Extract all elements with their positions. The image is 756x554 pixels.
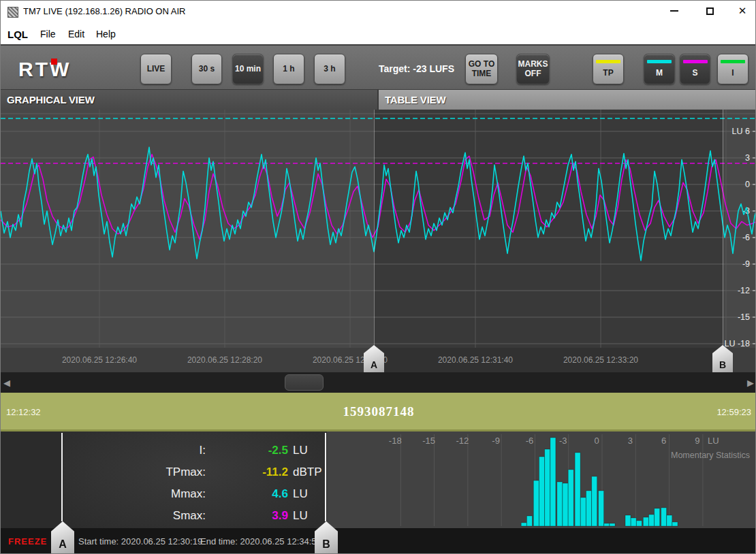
stat-label: Smax: xyxy=(63,509,206,523)
marks-off-button[interactable]: MARKS OFF xyxy=(516,54,550,84)
svg-text:3: 3 xyxy=(745,153,750,163)
scrollbar-thumb[interactable] xyxy=(285,374,324,391)
menu-edit[interactable]: Edit xyxy=(65,27,87,41)
marker-start-time: Start time: 2020.06.25 12:30:19 xyxy=(78,536,202,547)
loudness-timeline-chart[interactable]: LU 630-3-6-9-12-15LU -182020.06.25 12:26… xyxy=(1,110,756,372)
view-tabbar: GRAPHICAL VIEW TABLE VIEW xyxy=(1,90,756,110)
svg-text:-18: -18 xyxy=(389,436,402,446)
title-bar: TM7 LIVE (192.168.1.26) RADIO ON AIR ✕ xyxy=(1,1,756,23)
svg-text:LU: LU xyxy=(708,436,719,446)
minimize-button[interactable] xyxy=(663,1,686,21)
timeline-svg: LU 630-3-6-9-12-15LU -182020.06.25 12:26… xyxy=(1,110,756,372)
tab-table-view[interactable]: TABLE VIEW xyxy=(379,90,756,110)
ab-statistics-readout: I: -2.5 LU TPmax: -11.2 dBTP Mmax: 4.6 L… xyxy=(63,431,326,528)
rtw-logo: RTW xyxy=(18,58,93,80)
app-window: TM7 LIVE (192.168.1.26) RADIO ON AIR ✕ L… xyxy=(0,0,756,554)
stat-unit: LU xyxy=(293,444,308,457)
menu-file[interactable]: File xyxy=(37,27,59,41)
svg-text:2020.06.25 12:26:40: 2020.06.25 12:26:40 xyxy=(62,355,137,365)
svg-text:-9: -9 xyxy=(742,259,750,269)
range-1h-button[interactable]: 1 h xyxy=(273,54,304,84)
close-icon: ✕ xyxy=(738,5,747,17)
session-bar: 12:12:32 1593087148 12:59:23 xyxy=(1,393,756,431)
target-loudness-label: Target: -23 LUFS xyxy=(379,63,454,74)
stat-unit: LU xyxy=(293,509,308,523)
svg-text:-6: -6 xyxy=(742,233,750,242)
session-id: 1593087148 xyxy=(1,404,756,419)
timeline-scrollbar[interactable]: ◀ ▶ xyxy=(1,372,756,393)
range-30s-button[interactable]: 30 s xyxy=(191,54,222,84)
shortterm-label: S xyxy=(692,69,697,78)
marker-end-time: End time: 2020.06.25 12:34:55 xyxy=(200,536,321,547)
svg-text:-12: -12 xyxy=(738,286,750,295)
tp-color-bar xyxy=(596,60,620,63)
stat-unit: dBTP xyxy=(293,466,322,479)
svg-text:6: 6 xyxy=(661,436,666,446)
svg-text:LU 6: LU 6 xyxy=(732,127,750,136)
range-10min-button[interactable]: 10 min xyxy=(232,54,264,84)
svg-text:-9: -9 xyxy=(492,436,500,446)
svg-text:3: 3 xyxy=(628,436,633,446)
stat-unit: LU xyxy=(293,487,308,501)
scroll-left-arrow-icon[interactable]: ◀ xyxy=(1,372,13,393)
stat-row-tpmax: TPmax: -11.2 dBTP xyxy=(63,466,326,482)
svg-text:2020.06.25 12:28:20: 2020.06.25 12:28:20 xyxy=(187,355,262,365)
svg-text:0: 0 xyxy=(594,436,599,446)
stat-value: 4.6 xyxy=(210,487,288,501)
svg-text:-6: -6 xyxy=(526,436,534,446)
stat-value: -11.2 xyxy=(210,466,288,479)
freeze-indicator: FREEZE xyxy=(8,536,47,547)
tab-graphical-view[interactable]: GRAPHICAL VIEW xyxy=(1,90,377,110)
marker-b-range-line xyxy=(325,433,326,521)
momentary-label: M xyxy=(656,69,663,78)
live-button[interactable]: LIVE xyxy=(140,54,172,84)
momentary-color-bar xyxy=(647,60,672,63)
stat-label: Mmax: xyxy=(63,487,206,501)
integrated-label: I xyxy=(731,69,734,78)
stat-label: I: xyxy=(63,444,206,457)
scroll-right-arrow-icon[interactable]: ▶ xyxy=(744,372,756,393)
rtw-logo-red-square xyxy=(51,59,57,65)
svg-text:9: 9 xyxy=(695,436,699,446)
stat-row-mmax: Mmax: 4.6 LU xyxy=(63,487,326,504)
svg-text:2020.06.25 12:33:20: 2020.06.25 12:33:20 xyxy=(563,355,638,365)
shortterm-color-bar xyxy=(683,60,708,63)
svg-text:LU -18: LU -18 xyxy=(724,339,750,348)
window-title: TM7 LIVE (192.168.1.26) RADIO ON AIR xyxy=(23,6,185,16)
shortterm-toggle-button[interactable]: S xyxy=(680,54,710,84)
go-to-time-button[interactable]: GO TO TIME xyxy=(465,54,498,84)
maximize-button[interactable] xyxy=(698,1,721,21)
svg-text:-12: -12 xyxy=(456,436,469,446)
range-3h-button[interactable]: 3 h xyxy=(314,54,345,84)
app-icon xyxy=(7,7,18,18)
svg-text:-15: -15 xyxy=(422,436,435,446)
svg-text:0: 0 xyxy=(745,180,750,189)
statistics-panel: -18-15-12-9-6-30369LUMomentary Statistic… xyxy=(1,431,756,528)
svg-text:2020.06.25 12:31:40: 2020.06.25 12:31:40 xyxy=(438,355,513,365)
stat-label: TPmax: xyxy=(63,466,206,479)
minimize-icon xyxy=(670,10,678,12)
stat-row-integrated: I: -2.5 LU xyxy=(63,444,326,460)
integrated-color-bar xyxy=(721,60,745,63)
tp-toggle-button[interactable]: TP xyxy=(593,54,624,84)
close-button[interactable]: ✕ xyxy=(731,1,754,21)
tp-label: TP xyxy=(603,69,613,78)
maximize-icon xyxy=(706,7,714,15)
status-bar: FREEZE A Start time: 2020.06.25 12:30:19… xyxy=(1,528,756,554)
stat-value: -2.5 xyxy=(210,444,288,457)
session-end-time: 12:59:23 xyxy=(716,407,751,417)
menu-lql[interactable]: LQL xyxy=(5,27,31,42)
svg-text:Momentary Statistics: Momentary Statistics xyxy=(671,451,750,460)
momentary-toggle-button[interactable]: M xyxy=(644,54,675,84)
integrated-toggle-button[interactable]: I xyxy=(717,54,749,84)
stat-row-smax: Smax: 3.9 LU xyxy=(63,509,326,525)
stat-value: 3.9 xyxy=(210,509,288,523)
menu-bar: LQL File Edit Help xyxy=(1,23,756,44)
marker-a-range-line xyxy=(61,433,63,521)
svg-text:-15: -15 xyxy=(738,312,750,322)
svg-text:-3: -3 xyxy=(559,436,567,446)
toolbar: RTW LIVE 30 s 10 min 1 h 3 h Target: -23… xyxy=(1,44,756,90)
menu-help[interactable]: Help xyxy=(93,27,119,41)
